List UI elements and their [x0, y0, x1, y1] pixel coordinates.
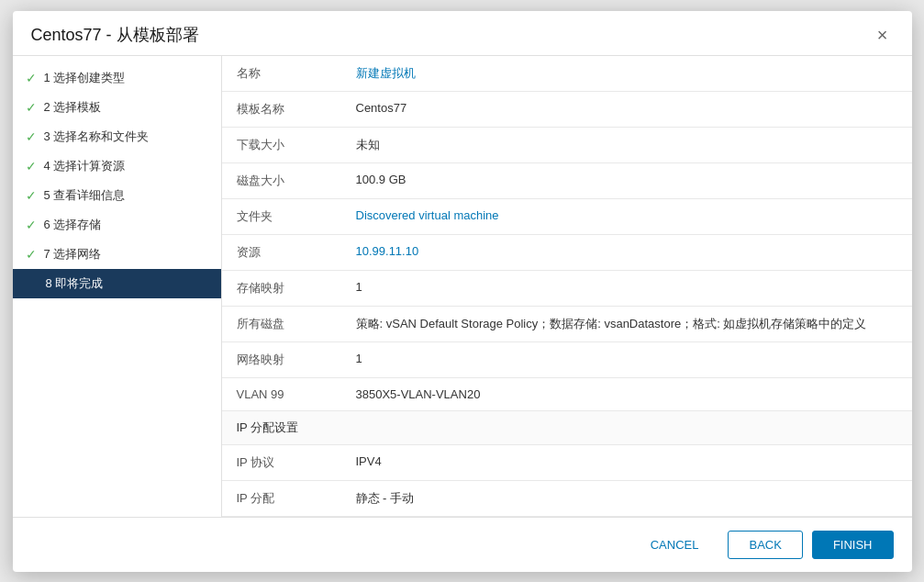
cancel-button[interactable]: CANCEL [630, 532, 719, 558]
row-value: Discovered virtual machine [341, 198, 912, 234]
row-link[interactable]: Discovered virtual machine [356, 208, 499, 222]
dialog-footer: CANCEL BACK FINISH [13, 517, 912, 572]
sidebar: ✓1 选择创建类型✓2 选择模板✓3 选择名称和文件夹✓4 选择计算资源✓5 查… [13, 56, 222, 517]
row-value: 静态 - 手动 [341, 480, 912, 516]
table-row: IP 分配静态 - 手动 [222, 480, 912, 516]
check-icon-7: ✓ [26, 247, 37, 262]
row-label: 所有磁盘 [222, 306, 341, 341]
sidebar-label-2: 2 选择模板 [44, 99, 102, 116]
sidebar-label-3: 3 选择名称和文件夹 [44, 129, 150, 145]
row-label: 资源 [222, 234, 341, 270]
table-row: 所有磁盘策略: vSAN Default Storage Policy；数据存储… [222, 306, 912, 341]
check-icon-5: ✓ [26, 188, 37, 203]
row-link[interactable]: 10.99.11.10 [356, 244, 419, 258]
row-value: Centos77 [341, 91, 912, 127]
row-link[interactable]: 新建虚拟机 [356, 66, 416, 80]
info-table: 名称新建虚拟机模板名称Centos77下载大小未知磁盘大小100.9 GB文件夹… [222, 56, 912, 517]
table-row: 下载大小未知 [222, 127, 912, 162]
row-value: IPV4 [341, 444, 912, 480]
row-value: 1 [341, 341, 912, 377]
table-row: 存储映射1 [222, 270, 912, 306]
table-row: 名称新建虚拟机 [222, 56, 912, 92]
deploy-dialog: Centos77 - 从模板部署 × ✓1 选择创建类型✓2 选择模板✓3 选择… [13, 11, 912, 572]
row-label: IP 分配 [222, 480, 341, 516]
table-row: IP 协议IPV4 [222, 444, 912, 480]
row-label: 下载大小 [222, 127, 341, 162]
row-label: IP 协议 [222, 444, 341, 480]
sidebar-item-5[interactable]: ✓5 查看详细信息 [13, 181, 221, 210]
row-value: 3850X5-VLAN-VLAN20 [341, 377, 912, 410]
row-value: 策略: vSAN Default Storage Policy；数据存储: vs… [341, 306, 912, 341]
sidebar-label-4: 4 选择计算资源 [44, 158, 126, 174]
sidebar-item-3[interactable]: ✓3 选择名称和文件夹 [13, 122, 221, 151]
sidebar-item-6[interactable]: ✓6 选择存储 [13, 210, 221, 240]
main-content: 名称新建虚拟机模板名称Centos77下载大小未知磁盘大小100.9 GB文件夹… [222, 56, 912, 517]
sidebar-item-8[interactable]: 8 即将完成 [13, 269, 221, 298]
row-label: 磁盘大小 [222, 162, 341, 198]
dialog-body: ✓1 选择创建类型✓2 选择模板✓3 选择名称和文件夹✓4 选择计算资源✓5 查… [13, 56, 912, 517]
check-icon-4: ✓ [26, 159, 37, 173]
finish-button[interactable]: FINISH [812, 531, 894, 559]
row-label: VLAN 99 [222, 377, 341, 410]
check-icon-2: ✓ [26, 100, 37, 115]
table-row: 模板名称Centos77 [222, 91, 912, 127]
sidebar-label-5: 5 查看详细信息 [44, 187, 126, 204]
sidebar-label-7: 7 选择网络 [44, 246, 102, 263]
table-row: 磁盘大小100.9 GB [222, 162, 912, 198]
table-row: 网络映射1 [222, 341, 912, 377]
close-button[interactable]: × [872, 24, 894, 46]
table-row: VLAN 993850X5-VLAN-VLAN20 [222, 377, 912, 410]
sidebar-item-4[interactable]: ✓4 选择计算资源 [13, 151, 221, 181]
dialog-header: Centos77 - 从模板部署 × [13, 11, 912, 56]
sidebar-item-7[interactable]: ✓7 选择网络 [13, 240, 221, 269]
sidebar-label-8: 8 即将完成 [46, 275, 104, 292]
main-wrapper: 名称新建虚拟机模板名称Centos77下载大小未知磁盘大小100.9 GB文件夹… [222, 56, 912, 517]
ip-section-header: IP 分配设置 [222, 410, 912, 444]
row-label: 文件夹 [222, 198, 341, 234]
sidebar-label-1: 1 选择创建类型 [44, 70, 126, 86]
check-icon-1: ✓ [26, 71, 37, 85]
row-label: 名称 [222, 56, 341, 92]
row-value: 10.99.11.10 [341, 234, 912, 270]
row-value: 100.9 GB [341, 162, 912, 198]
sidebar-item-2[interactable]: ✓2 选择模板 [13, 93, 221, 122]
dialog-title: Centos77 - 从模板部署 [31, 24, 199, 46]
row-value: 未知 [341, 127, 912, 162]
check-icon-6: ✓ [26, 218, 37, 232]
table-row: 文件夹Discovered virtual machine [222, 198, 912, 234]
table-row: 资源10.99.11.10 [222, 234, 912, 270]
row-label: 网络映射 [222, 341, 341, 377]
check-icon-3: ✓ [26, 129, 37, 144]
sidebar-label-6: 6 选择存储 [44, 217, 102, 233]
ip-section-label: IP 分配设置 [222, 410, 912, 444]
row-label: 模板名称 [222, 91, 341, 127]
row-label: 存储映射 [222, 270, 341, 306]
row-value: 新建虚拟机 [341, 56, 912, 92]
back-button[interactable]: BACK [728, 531, 802, 559]
sidebar-item-1[interactable]: ✓1 选择创建类型 [13, 63, 221, 93]
row-value: 1 [341, 270, 912, 306]
